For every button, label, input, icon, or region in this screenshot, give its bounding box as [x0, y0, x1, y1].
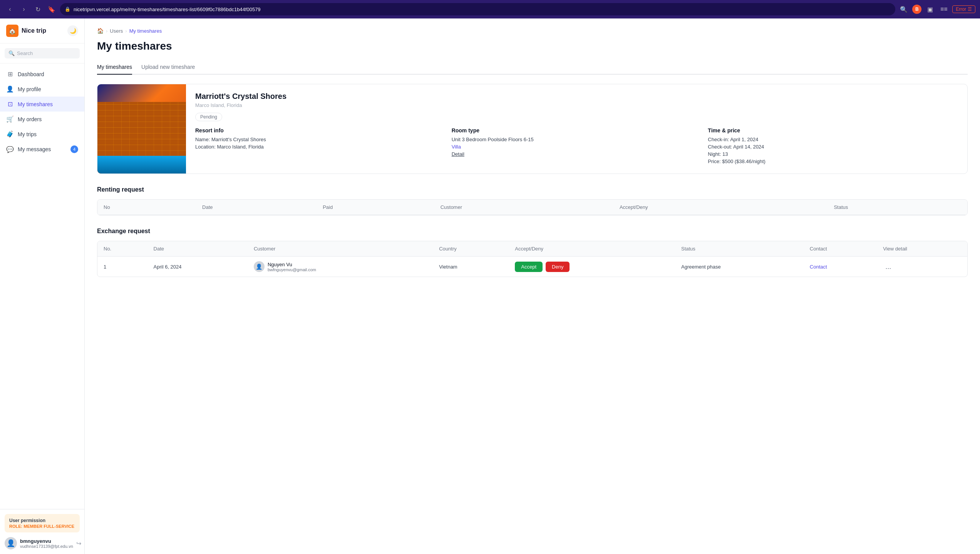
sidebar-item-label: Dashboard	[18, 71, 44, 77]
timeshare-name: Marriott's Crystal Shores	[195, 92, 958, 101]
sidebar: 🏠 Nice trip 🌙 🔍 ⊞ Dashboard 👤 My profile	[0, 18, 85, 554]
breadcrumb-my-timeshares[interactable]: My timeshares	[129, 28, 162, 34]
status-badge: Pending	[195, 113, 222, 121]
unit-row: Unit 3 Bedroom Poolside Floors 6-15	[452, 137, 702, 142]
breadcrumb-separator-2: ›	[125, 28, 127, 34]
home-breadcrumb-icon[interactable]: 🏠	[97, 28, 104, 34]
ex-col-country: Country	[433, 241, 509, 257]
contact-link[interactable]: Contact	[810, 264, 827, 270]
col-date: Date	[196, 200, 317, 215]
col-accept-deny: Accept/Deny	[613, 200, 828, 215]
browser-actions: 🔍 B ▣ ≡≡ Error ☰	[898, 4, 975, 15]
reader-mode[interactable]: ≡≡	[938, 4, 949, 15]
sidebar-toggle[interactable]: ▣	[925, 4, 935, 15]
customer-info: Nguyen Vu bwfnguyenvu@gmail.com	[268, 262, 316, 272]
messages-icon: 💬	[6, 146, 14, 153]
tab-my-timeshares[interactable]: My timeshares	[97, 60, 132, 75]
logout-button[interactable]: ↪	[76, 540, 81, 547]
breadcrumb-users[interactable]: Users	[110, 28, 123, 34]
user-permission-role: ROLE: MEMBER FULL-SERVICE	[9, 524, 75, 529]
search-input[interactable]	[17, 50, 82, 56]
timeshare-info: Marriott's Crystal Shores Marco Island, …	[186, 84, 967, 174]
customer-avatar: 👤	[254, 261, 265, 272]
ex-col-status: Status	[675, 241, 804, 257]
user-permission-box: User permission ROLE: MEMBER FULL-SERVIC…	[5, 514, 80, 532]
name-value: Marriott's Crystal Shores	[211, 137, 266, 142]
renting-request-section: Renting request No Date Paid Customer Ac…	[97, 186, 968, 215]
sidebar-item-label: My messages	[18, 146, 51, 152]
browser-chrome: ‹ › ↻ 🔖 🔒 nicetripvn.vercel.app/me/my-ti…	[0, 0, 980, 18]
user-info: 👤 bmnguyenvu vudhnse173139@fpt.edu.vn ↪	[5, 537, 80, 549]
detail-row: Detail	[452, 151, 702, 157]
renting-request-title: Renting request	[97, 186, 968, 193]
time-price-section: Time & price Check-in: April 1, 2024 Che…	[708, 127, 958, 166]
renting-table-head: No Date Paid Customer Accept/Deny Status	[97, 200, 967, 215]
avatar: 👤	[5, 537, 17, 549]
checkin-value: April 1, 2024	[730, 137, 758, 142]
checkin-row: Check-in: April 1, 2024	[708, 137, 958, 142]
exchange-table-body: 1 April 6, 2024 👤 Nguyen Vu bwfnguye	[97, 257, 967, 277]
detail-link[interactable]: Detail	[452, 151, 464, 157]
forward-button[interactable]: ›	[18, 4, 29, 15]
sidebar-item-my-trips[interactable]: 🧳 My trips	[0, 127, 84, 142]
trips-icon: 🧳	[6, 130, 14, 138]
dark-mode-button[interactable]: 🌙	[67, 25, 78, 36]
customer-name: Nguyen Vu	[268, 262, 316, 267]
col-customer: Customer	[434, 200, 613, 215]
tab-upload-new-timeshare[interactable]: Upload new timeshare	[141, 60, 195, 75]
price-row: Price: $500 ($38.46/night)	[708, 159, 958, 164]
bookmark-button[interactable]: 🔖	[46, 4, 57, 15]
pool-illustration	[97, 156, 186, 174]
col-status: Status	[828, 200, 967, 215]
error-badge[interactable]: Error ☰	[952, 5, 975, 13]
ex-col-view-detail: View detail	[877, 241, 967, 257]
more-options-button[interactable]: ...	[883, 262, 893, 272]
sidebar-item-my-timeshares[interactable]: ⊡ My timeshares	[0, 97, 84, 112]
renting-request-table: No Date Paid Customer Accept/Deny Status	[97, 200, 967, 215]
accept-button[interactable]: Accept	[515, 262, 543, 272]
row-customer: 👤 Nguyen Vu bwfnguyenvu@gmail.com	[248, 257, 433, 277]
user-email: vudhnse173139@fpt.edu.vn	[20, 544, 73, 549]
customer-cell: 👤 Nguyen Vu bwfnguyenvu@gmail.com	[254, 261, 427, 272]
night-row: Night: 13	[708, 151, 958, 157]
customer-email: bwfnguyenvu@gmail.com	[268, 267, 316, 272]
row-contact: Contact	[804, 257, 877, 277]
user-name: bmnguyenvu	[20, 538, 73, 544]
sidebar-item-label: My orders	[18, 116, 42, 122]
deny-button[interactable]: Deny	[546, 262, 570, 272]
checkin-label: Check-in:	[708, 137, 729, 142]
breadcrumb-separator-1: ›	[106, 28, 107, 34]
breadcrumb: 🏠 › Users › My timeshares	[97, 28, 968, 34]
sidebar-nav: ⊞ Dashboard 👤 My profile ⊡ My timeshares…	[0, 63, 84, 509]
room-type-title: Room type	[452, 127, 702, 133]
sidebar-item-my-profile[interactable]: 👤 My profile	[0, 82, 84, 97]
sidebar-header: 🏠 Nice trip 🌙	[0, 18, 84, 43]
villa-link[interactable]: Villa	[452, 144, 461, 150]
reload-button[interactable]: ↻	[32, 4, 43, 15]
logo-icon: 🏠	[6, 25, 18, 37]
address-bar[interactable]: 🔒 nicetripvn.vercel.app/me/my-timeshares…	[60, 3, 895, 15]
sidebar-item-dashboard[interactable]: ⊞ Dashboard	[0, 67, 84, 82]
back-button[interactable]: ‹	[5, 4, 15, 15]
row-view-detail: ...	[877, 257, 967, 277]
location-value: Marco Island, Florida	[217, 144, 263, 150]
sidebar-logo: 🏠 Nice trip	[6, 25, 46, 37]
row-no: 1	[97, 257, 147, 277]
main-content: 🏠 › Users › My timeshares My timeshares …	[85, 18, 980, 554]
info-grid: Resort info Name: Marriott's Crystal Sho…	[195, 127, 958, 166]
ex-col-contact: Contact	[804, 241, 877, 257]
location-label: Location:	[195, 144, 216, 150]
ex-col-customer: Customer	[248, 241, 433, 257]
sidebar-item-my-messages[interactable]: 💬 My messages 4	[0, 142, 84, 157]
search-container: 🔍	[0, 43, 84, 63]
room-type-section: Room type Unit 3 Bedroom Poolside Floors…	[452, 127, 702, 166]
ex-col-date: Date	[147, 241, 248, 257]
sidebar-item-my-orders[interactable]: 🛒 My orders	[0, 112, 84, 127]
resort-location-row: Location: Marco Island, Florida	[195, 144, 446, 150]
price-value: $500 ($38.46/night)	[722, 159, 766, 164]
app-container: 🏠 Nice trip 🌙 🔍 ⊞ Dashboard 👤 My profile	[0, 18, 980, 554]
row-country: Vietnam	[433, 257, 509, 277]
time-price-title: Time & price	[708, 127, 958, 133]
resort-info-section: Resort info Name: Marriott's Crystal Sho…	[195, 127, 446, 166]
search-icon-btn[interactable]: 🔍	[898, 4, 909, 15]
